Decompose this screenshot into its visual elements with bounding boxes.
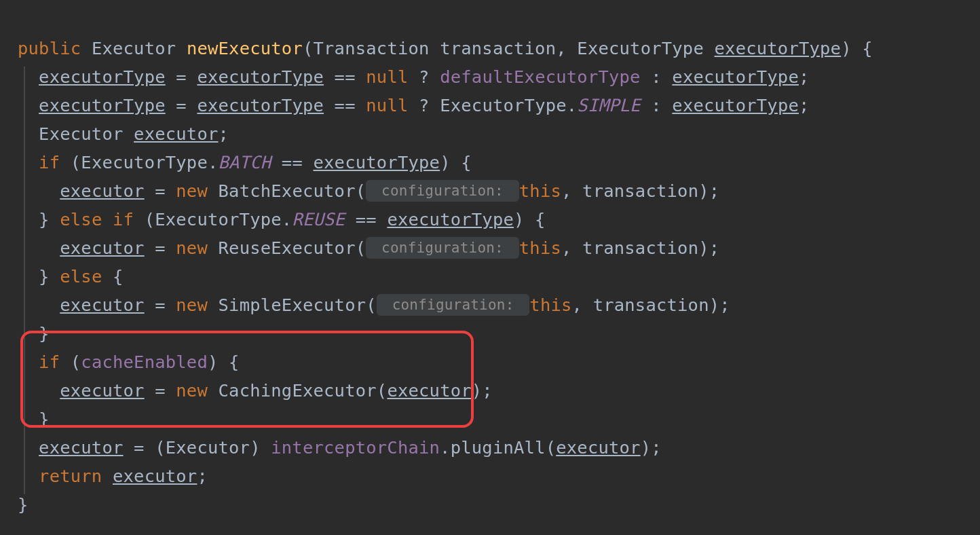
code-line: Executor executor; xyxy=(18,119,980,148)
code-line: executor = new SimpleExecutor( configura… xyxy=(18,291,980,319)
code-line: } else { xyxy=(18,262,980,291)
param-hint: configuration: xyxy=(377,294,530,316)
method-name: newExecutor xyxy=(187,38,303,58)
code-line: executor = (Executor) interceptorChain.p… xyxy=(18,433,980,462)
code-line: if (cacheEnabled) { xyxy=(18,348,980,376)
code-line: return executor; xyxy=(18,462,980,490)
code-line: } xyxy=(18,490,980,519)
code-line: if (ExecutorType.BATCH == executorType) … xyxy=(18,148,980,177)
code-line: executor = new ReuseExecutor( configurat… xyxy=(18,234,980,262)
code-line: executorType = executorType == null ? Ex… xyxy=(18,91,980,119)
code-line: executor = new BatchExecutor( configurat… xyxy=(18,177,980,205)
code-line: executorType = executorType == null ? de… xyxy=(18,62,980,91)
code-line: executor = new CachingExecutor(executor)… xyxy=(18,376,980,405)
keyword-public: public xyxy=(18,38,81,58)
param-hint: configuration: xyxy=(366,180,519,202)
code-line: } else if (ExecutorType.REUSE == executo… xyxy=(18,205,980,234)
code-editor[interactable]: public Executor newExecutor(Transaction … xyxy=(0,0,980,519)
code-line: public Executor newExecutor(Transaction … xyxy=(18,34,980,62)
code-line: } xyxy=(18,319,980,348)
code-line: } xyxy=(18,405,980,433)
param-hint: configuration: xyxy=(366,237,519,259)
